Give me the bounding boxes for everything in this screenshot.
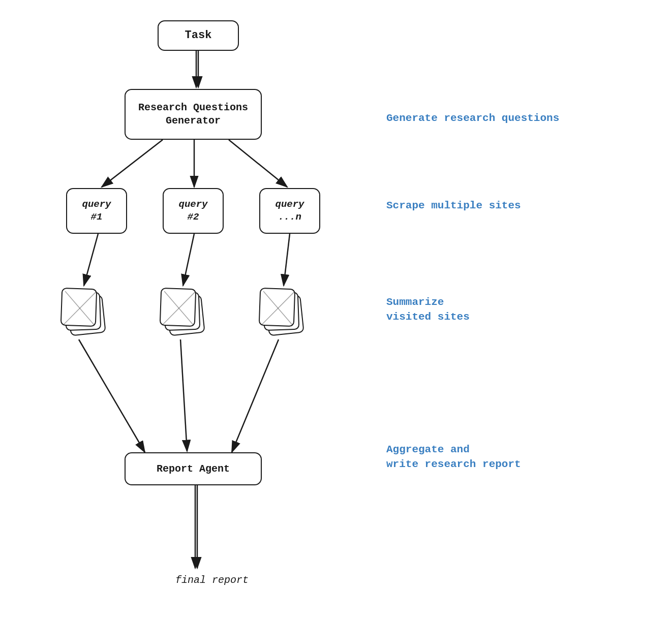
svg-line-20 bbox=[262, 291, 294, 325]
doc-1a bbox=[60, 288, 98, 327]
annotation-scrape: Scrape multiple sites bbox=[386, 198, 521, 213]
final-report-label: final report bbox=[175, 574, 249, 586]
diagram-container: Task Research QuestionsGenerator query#1… bbox=[0, 0, 672, 620]
query1-node: query#1 bbox=[66, 188, 127, 234]
query1-label: query#1 bbox=[82, 198, 111, 223]
annotation-summarize: Summarizevisited sites bbox=[386, 295, 470, 325]
svg-line-7 bbox=[84, 234, 98, 286]
query2-label: query#2 bbox=[178, 198, 207, 223]
doc-stack-1 bbox=[56, 287, 112, 338]
report-agent-node: Report Agent bbox=[125, 452, 262, 485]
svg-line-9 bbox=[284, 234, 290, 286]
queryn-node: query...n bbox=[259, 188, 320, 234]
svg-line-6 bbox=[229, 140, 287, 187]
query2-node: query#2 bbox=[163, 188, 224, 234]
report-label: Report Agent bbox=[157, 462, 230, 476]
svg-line-16 bbox=[64, 291, 96, 325]
annotation-aggregate: Aggregate andwrite research report bbox=[386, 442, 521, 472]
svg-line-8 bbox=[183, 234, 194, 286]
svg-line-18 bbox=[163, 291, 195, 325]
rqg-node: Research QuestionsGenerator bbox=[125, 89, 262, 140]
rqg-label: Research QuestionsGenerator bbox=[138, 101, 248, 128]
task-label: Task bbox=[185, 28, 212, 43]
doc-3a bbox=[259, 288, 296, 327]
doc-stack-2 bbox=[155, 287, 211, 338]
svg-line-4 bbox=[102, 140, 163, 187]
doc-2a bbox=[160, 288, 197, 327]
task-node: Task bbox=[158, 20, 239, 51]
doc-stack-3 bbox=[254, 287, 310, 338]
queryn-label: query...n bbox=[275, 198, 304, 223]
annotation-generate: Generate research questions bbox=[386, 111, 559, 126]
